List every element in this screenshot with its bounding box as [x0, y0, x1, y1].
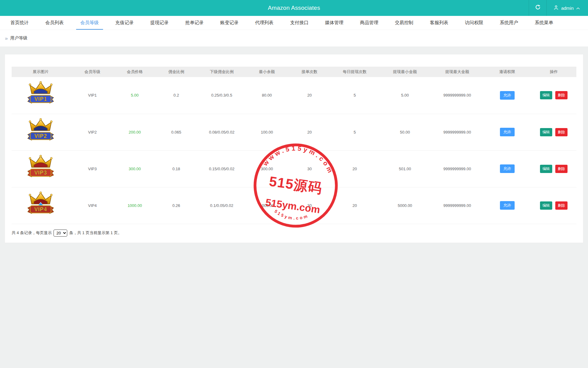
cell-invite-permission: 允许	[483, 77, 531, 114]
svg-text:VIP2: VIP2	[34, 133, 47, 139]
breadcrumb-label: 用户等级	[10, 35, 27, 41]
cell-sub-commission: 0.1/0.05/0.02	[198, 187, 245, 224]
delete-button[interactable]: 删除	[555, 201, 568, 210]
cell-level: VIP4	[70, 187, 115, 224]
cell-min-balance: 300.00	[246, 150, 288, 187]
cell-commission: 0.18	[154, 150, 198, 187]
cell-min-balance: 1000.00	[246, 187, 288, 224]
nav-tab-1[interactable]: 首页统计	[6, 16, 33, 30]
top-header-bar: Amazon Associates admin	[0, 0, 588, 16]
cell-price: 5.00	[115, 77, 154, 114]
cell-badge: VIP3	[12, 150, 70, 187]
cell-commission: 0.26	[154, 187, 198, 224]
cell-order-count: 20	[288, 77, 331, 114]
delete-button[interactable]: 删除	[555, 91, 568, 99]
cell-min-withdraw: 50.00	[379, 114, 431, 150]
cell-level: VIP2	[70, 114, 115, 150]
nav-tab-8[interactable]: 代理列表	[251, 16, 278, 30]
refresh-button[interactable]	[529, 0, 546, 16]
nav-tab-15[interactable]: 系统用户	[496, 16, 523, 30]
page-size-select[interactable]: 20	[54, 230, 67, 237]
cell-commission: 0.065	[154, 114, 198, 150]
cell-sub-commission: 0.15/0.05/0.02	[198, 150, 245, 187]
nav-tab-16[interactable]: 系统菜单	[531, 16, 557, 30]
main-content: 展示图片会员等级会员价格佣金比例下级佣金比例最小余额接单次数每日提现次数提现最小…	[0, 46, 588, 368]
table-row: VIP3VIP3300.000.180.15/0.05/0.02300.0030…	[12, 150, 576, 187]
user-menu[interactable]: admin	[546, 0, 588, 16]
cell-min-balance: 80.00	[246, 77, 288, 114]
allow-button[interactable]: 允许	[500, 164, 515, 173]
app-title: Amazon Associates	[0, 5, 588, 11]
cell-daily-withdraw: 5	[331, 114, 379, 150]
cell-order-count: 30	[288, 187, 331, 224]
cell-invite-permission: 允许	[483, 114, 531, 150]
column-header-4: 佣金比例	[154, 67, 198, 77]
nav-tab-9[interactable]: 支付接口	[286, 16, 313, 30]
nav-tab-7[interactable]: 账变记录	[216, 16, 243, 30]
column-header-7: 接单次数	[288, 67, 331, 77]
cell-order-count: 30	[288, 150, 331, 187]
cell-badge: VIP1	[12, 77, 70, 114]
cell-min-withdraw: 501.00	[379, 150, 431, 187]
nav-tab-2[interactable]: 会员列表	[41, 16, 68, 30]
column-header-9: 提现最小金额	[379, 67, 431, 77]
cell-invite-permission: 允许	[483, 187, 531, 224]
delete-button[interactable]: 删除	[555, 165, 568, 173]
cell-price: 300.00	[115, 150, 154, 187]
allow-button[interactable]: 允许	[500, 128, 515, 136]
cell-order-count: 20	[288, 114, 331, 150]
vip-levels-table: 展示图片会员等级会员价格佣金比例下级佣金比例最小余额接单次数每日提现次数提现最小…	[12, 67, 576, 224]
pagination-suffix: 条，共 1 页当前显示第 1 页。	[69, 230, 122, 236]
cell-max-withdraw: 9999999999.00	[431, 114, 483, 150]
vip-badge-image: VIP2	[27, 118, 55, 146]
table-row: VIP4VIP41000.000.260.1/0.05/0.021000.003…	[12, 187, 576, 224]
column-header-1: 展示图片	[12, 67, 70, 77]
svg-text:VIP1: VIP1	[34, 96, 47, 102]
delete-button[interactable]: 删除	[555, 128, 568, 136]
cell-sub-commission: 0.08/0.05/0.02	[198, 114, 245, 150]
nav-tab-12[interactable]: 交易控制	[391, 16, 418, 30]
table-header-row: 展示图片会员等级会员价格佣金比例下级佣金比例最小余额接单次数每日提现次数提现最小…	[12, 67, 576, 77]
nav-tab-3[interactable]: 会员等级	[76, 16, 103, 30]
edit-button[interactable]: 编辑	[540, 201, 552, 210]
cell-badge: VIP4	[12, 187, 70, 224]
nav-tab-11[interactable]: 商品管理	[356, 16, 383, 30]
column-header-10: 提现最大金额	[431, 67, 483, 77]
cell-min-withdraw: 5.00	[379, 77, 431, 114]
nav-tab-5[interactable]: 提现记录	[146, 16, 173, 30]
cell-price: 200.00	[115, 114, 154, 150]
svg-text:VIP4: VIP4	[34, 206, 47, 212]
refresh-icon	[535, 4, 541, 12]
user-icon	[553, 5, 559, 11]
nav-tab-14[interactable]: 访问权限	[460, 16, 487, 30]
cell-level: VIP3	[70, 150, 115, 187]
edit-button[interactable]: 编辑	[540, 128, 552, 136]
username-label: admin	[561, 6, 574, 11]
cell-badge: VIP2	[12, 114, 70, 150]
cell-daily-withdraw: 5	[331, 77, 379, 114]
edit-button[interactable]: 编辑	[540, 91, 552, 99]
nav-tab-10[interactable]: 媒体管理	[321, 16, 348, 30]
column-header-2: 会员等级	[70, 67, 115, 77]
vip-badge-image: VIP1	[27, 81, 55, 109]
cell-min-withdraw: 5000.00	[379, 187, 431, 224]
table-body: VIP1VIP15.000.20.25/0.3/0.580.002055.009…	[12, 77, 576, 224]
nav-tab-13[interactable]: 客服列表	[426, 16, 453, 30]
column-header-11: 邀请权限	[483, 67, 531, 77]
table-row: VIP1VIP15.000.20.25/0.3/0.580.002055.009…	[12, 77, 576, 114]
cell-max-withdraw: 9999999999.00	[431, 150, 483, 187]
allow-button[interactable]: 允许	[500, 201, 515, 210]
cell-price: 1000.00	[115, 187, 154, 224]
cell-max-withdraw: 9999999999.00	[431, 187, 483, 224]
column-header-12: 操作	[531, 67, 576, 77]
column-header-8: 每日提现次数	[331, 67, 379, 77]
svg-text:VIP3: VIP3	[34, 170, 47, 176]
allow-button[interactable]: 允许	[500, 91, 515, 100]
nav-tab-4[interactable]: 充值记录	[111, 16, 138, 30]
cell-actions: 编辑删除	[531, 150, 576, 187]
column-header-3: 会员价格	[115, 67, 154, 77]
nav-tab-6[interactable]: 抢单记录	[181, 16, 208, 30]
cell-actions: 编辑删除	[531, 77, 576, 114]
edit-button[interactable]: 编辑	[540, 165, 552, 173]
cell-actions: 编辑删除	[531, 187, 576, 224]
